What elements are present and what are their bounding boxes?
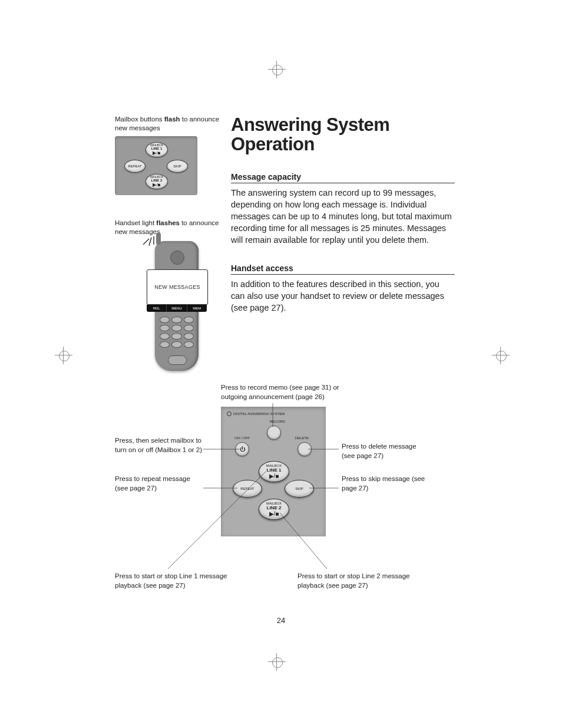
base-unit-illustration: DIGITAL ANSWERING SYSTEM RECORD ON / OFF…: [221, 407, 326, 536]
line2-caption: Press to start or stop Line 2 message pl…: [297, 572, 415, 590]
skip-label: SKIP: [295, 487, 303, 490]
keypad-key: [171, 317, 181, 323]
caption-text: Mailbox buttons: [115, 116, 164, 123]
keypad-key: [160, 317, 170, 323]
play-stop-icon: ▶/■: [153, 182, 160, 187]
crop-mark-top: [272, 65, 283, 75]
body-text: The answering system can record up to 99…: [231, 187, 455, 246]
line2-label: LINE 2: [267, 505, 282, 510]
handset-keypad: [160, 317, 194, 348]
handset-nav-button: [168, 355, 187, 365]
keypad-key: [171, 325, 181, 331]
line1-button: MAILBOX LINE 1 ▶/■: [259, 461, 289, 482]
page-number: 24: [0, 616, 562, 625]
skip-button: SKIP: [167, 160, 188, 173]
keypad-key: [184, 317, 194, 323]
keypad-key: [160, 341, 170, 348]
caption-text: Handset light: [115, 219, 156, 226]
onoff-label: ON / OFF: [234, 436, 250, 440]
line1-label: LINE 1: [267, 467, 282, 473]
repeat-label: REPEAT: [240, 487, 254, 490]
handset-caption: Handset light flashes to announce new me…: [115, 219, 221, 236]
keypad-key: [160, 325, 170, 331]
system-label: DIGITAL ANSWERING SYSTEM: [227, 411, 285, 416]
crop-mark-right: [496, 351, 507, 361]
svg-line-1: [149, 238, 151, 246]
skip-button: SKIP: [285, 480, 314, 498]
delete-caption: Press to delete message (see page 27): [342, 442, 430, 460]
crop-mark-bottom: [272, 657, 283, 668]
keypad-key: [171, 341, 181, 348]
screen-text: NEW MESSAGES: [154, 284, 200, 290]
caption-bold: flash: [164, 116, 180, 123]
crop-mark-left: [59, 351, 70, 361]
handset-softkeys: RDL MENU MEM: [147, 305, 207, 312]
mailbox-line1-button: MAILBOX LINE 1 ▶/■: [146, 142, 168, 157]
caption-bold: Line 1: [179, 572, 197, 579]
keypad-key: [184, 333, 194, 340]
handset-illustration: NEW MESSAGES RDL MENU MEM: [144, 241, 209, 371]
record-caption: Press to record memo (see page 31) or ou…: [221, 383, 351, 401]
line1-caption: Press to start or stop Line 1 message pl…: [115, 572, 233, 590]
play-stop-icon: ▶/■: [269, 473, 279, 479]
repeat-button: REPEAT: [124, 160, 146, 173]
handset-earpiece: [170, 251, 184, 265]
left-column: Mailbox buttons flash to announce new me…: [115, 115, 221, 371]
section-heading: Handset access: [231, 263, 455, 275]
repeat-button: REPEAT: [233, 480, 262, 498]
repeat-caption: Press to repeat message (see page 27): [115, 475, 203, 493]
power-icon: ⏻: [240, 446, 245, 452]
mailbox-line2-button: MAILBOX LINE 2 ▶/■: [146, 174, 168, 189]
delete-label: DELETE: [295, 436, 309, 440]
delete-button: [297, 442, 312, 456]
play-stop-icon: ▶/■: [153, 150, 160, 156]
keypad-key: [171, 333, 181, 340]
skip-caption: Press to skip message (see page 27): [342, 475, 430, 493]
keypad-key: [184, 341, 194, 348]
softkey-menu: MENU: [167, 305, 187, 312]
line2-button: MAILBOX LINE 2 ▶/■: [259, 499, 289, 520]
softkey-mem: MEM: [187, 305, 207, 312]
page: Mailbox buttons flash to announce new me…: [0, 0, 562, 728]
softkey-rdl: RDL: [147, 305, 167, 312]
right-column: Answering System Operation Message capac…: [231, 115, 455, 314]
onoff-button: ⏻: [235, 442, 249, 456]
play-stop-icon: ▶/■: [269, 510, 279, 517]
svg-line-0: [143, 239, 149, 245]
caption-text: Press to start or stop: [115, 572, 179, 579]
page-title: Answering System Operation: [231, 115, 455, 154]
mailbox-caption: Mailbox buttons flash to announce new me…: [115, 115, 221, 133]
keypad-key: [160, 333, 170, 340]
mailbox-panel-illustration: MAILBOX LINE 1 ▶/■ REPEAT SKIP MAILBOX L…: [115, 136, 197, 195]
keypad-key: [184, 325, 194, 331]
base-unit-diagram: Press to record memo (see page 31) or ou…: [115, 383, 462, 607]
body-text: In addition to the features described in…: [231, 278, 455, 314]
caption-bold: flashes: [156, 219, 180, 226]
caption-text: Press to start or stop: [297, 572, 362, 579]
caption-bold: Line 2: [362, 572, 380, 579]
section-heading: Message capacity: [231, 172, 455, 183]
flash-lines-icon: [141, 233, 158, 247]
record-button: [267, 426, 281, 440]
onoff-caption: Press, then select mailbox to turn on or…: [115, 436, 203, 454]
record-label: RECORD: [270, 420, 285, 423]
handset-screen: NEW MESSAGES: [147, 269, 208, 305]
